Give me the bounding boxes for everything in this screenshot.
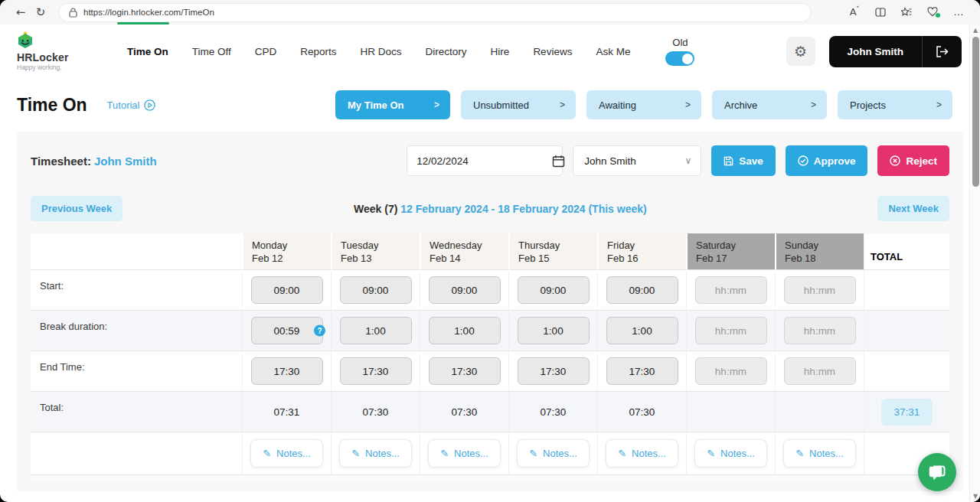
tab-unsubmitted[interactable]: Unsubmitted> [461,90,576,119]
total-cell-monday: 07:31 [242,392,331,432]
nav-item-directory[interactable]: Directory [426,46,467,57]
start-input-sunday[interactable] [784,276,856,304]
break-input-tuesday[interactable] [340,317,412,344]
date-field[interactable] [407,145,563,176]
old-toggle[interactable] [665,51,694,66]
break-input-wednesday[interactable] [429,317,501,344]
url-bar[interactable]: https://login.hrlocker.com/TimeOn [60,4,810,21]
notes-cell-sunday: ✎Notes... [775,432,864,475]
scrollbar-thumb[interactable] [972,37,979,187]
hrlocker-logo[interactable]: HRLocker Happy working. [17,31,107,71]
nav-item-reports[interactable]: Reports [300,46,336,57]
end-input-wednesday[interactable] [429,357,501,385]
help-icon[interactable]: ? [314,325,325,337]
pencil-icon: ✎ [618,448,626,459]
break-cell-friday [597,311,686,351]
tutorial-link[interactable]: Tutorial [107,99,156,111]
break-cell-monday: ? [242,311,331,351]
nav-item-time-off[interactable]: Time Off [192,46,231,57]
break-input-sunday[interactable] [784,317,856,344]
date-input[interactable] [416,155,552,167]
break-input-friday[interactable] [606,317,678,344]
notes-button-tuesday[interactable]: ✎Notes... [339,439,412,468]
start-input-wednesday[interactable] [429,276,501,304]
save-button[interactable]: Save [711,145,776,176]
notes-row-label [31,432,242,475]
notes-button-saturday[interactable]: ✎Notes... [694,439,767,468]
user-button[interactable]: John Smith [829,36,923,67]
notes-button-friday[interactable]: ✎Notes... [606,439,678,468]
day-name: Friday [607,239,686,252]
day-total-friday: 07:30 [629,406,655,418]
day-date: Feb 14 [430,252,508,265]
notes-button-sunday[interactable]: ✎Notes... [783,439,856,468]
reject-button[interactable]: Reject [877,145,949,176]
tab-awaiting[interactable]: Awaiting> [586,90,701,119]
scrollbar[interactable]: ▲ ▼ [969,24,980,502]
break-input-monday[interactable] [251,317,323,344]
notes-button-thursday[interactable]: ✎Notes... [517,439,590,468]
end-input-sunday[interactable] [784,357,856,385]
nav-item-time-on[interactable]: Time On [127,46,168,57]
nav-item-cpd[interactable]: CPD [255,46,277,57]
notes-label: Notes... [720,448,755,459]
end-input-thursday[interactable] [518,357,590,385]
refresh-icon[interactable]: ↻ [31,5,51,19]
approve-button[interactable]: Approve [786,145,868,176]
start-input-thursday[interactable] [518,276,590,304]
settings-button[interactable]: ⚙ [786,37,815,66]
read-aloud-icon[interactable]: Aʺ [844,6,865,18]
tab-archive[interactable]: Archive> [712,90,827,119]
tab-my-time-on[interactable]: My Time On> [335,90,450,119]
start-input-tuesday[interactable] [340,276,412,304]
break-input-thursday[interactable] [518,317,590,344]
start-input-saturday[interactable] [695,276,767,304]
favorites-icon[interactable] [896,7,917,17]
loading-bar [117,22,169,24]
notes-button-wednesday[interactable]: ✎Notes... [428,439,501,468]
browser-essentials-icon[interactable] [922,7,943,17]
nav-item-ask-me[interactable]: Ask Me [596,46,630,57]
break-cell-wednesday [420,311,508,351]
scroll-up-icon[interactable]: ▲ [970,27,980,34]
start-input-friday[interactable] [606,276,678,304]
end-input-saturday[interactable] [695,357,767,385]
gear-icon: ⚙ [794,43,807,60]
next-week-button[interactable]: Next Week [877,196,949,221]
end-input-tuesday[interactable] [340,357,412,385]
previous-week-button[interactable]: Previous Week [31,196,122,221]
logout-button[interactable] [922,36,962,67]
start-input-monday[interactable] [251,276,323,304]
url-text: https://login.hrlocker.com/TimeOn [83,8,214,17]
nav-item-reviews[interactable]: Reviews [533,46,572,57]
break-input-saturday[interactable] [695,317,767,344]
notes-label: Notes... [809,448,844,459]
end-input-friday[interactable] [606,357,678,385]
start-row-label: Start: [31,270,242,311]
notes-button-monday[interactable]: ✎Notes... [250,439,323,468]
tab-projects[interactable]: Projects> [838,90,952,119]
tab-bar: My Time On>Unsubmitted>Awaiting>Archive>… [335,90,952,119]
more-menu-icon[interactable]: … [948,6,969,18]
week-range-dates: 12 February 2024 - 18 February 2024 (Thi… [400,203,646,215]
day-header-friday: FridayFeb 16 [597,233,686,270]
total-total-cell: 37:31 [864,392,949,432]
nav-item-hire[interactable]: Hire [491,46,510,57]
chat-button[interactable] [918,453,956,491]
break-row-label: Break duration: [31,311,242,351]
notes-label: Notes... [276,448,311,459]
person-select[interactable]: John Smith ∨ [573,145,701,176]
nav-item-hr-docs[interactable]: HR Docs [361,46,402,57]
browser-chrome: ← ↻ https://login.hrlocker.com/TimeOn Aʺ… [0,0,980,24]
day-name: Wednesday [430,239,508,252]
total-cell-friday: 07:30 [597,392,686,432]
end-cell-wednesday [420,351,508,392]
play-circle-icon [144,99,155,111]
pencil-icon: ✎ [795,448,804,459]
scroll-down-icon[interactable]: ▼ [970,493,980,500]
calendar-icon[interactable] [552,155,565,168]
end-input-monday[interactable] [251,357,323,385]
back-icon[interactable]: ← [11,5,31,19]
split-screen-icon[interactable] [870,8,891,17]
tab-label: Projects [850,99,886,111]
